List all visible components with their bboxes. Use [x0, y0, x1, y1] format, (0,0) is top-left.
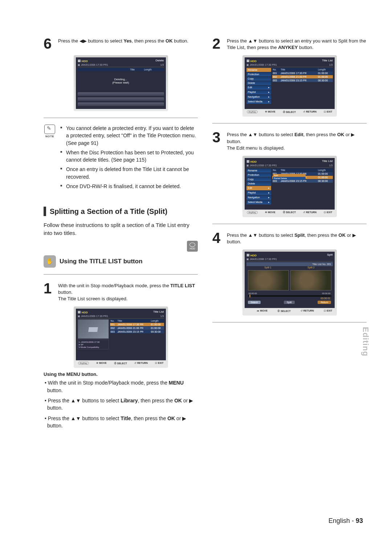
c: Title [280, 68, 317, 72]
c: Title [117, 319, 150, 323]
c: 01:00:00 [317, 72, 333, 75]
context-menu: Rename Protection Copy Delete Edit▸ Play… [246, 68, 271, 104]
k: EXIT [327, 110, 332, 113]
step-number-6: 6 [44, 36, 54, 51]
tv-footer-keys: AnyKey ✥ MOVE ⦿ SELECT ↺ RETURN ⊡ EXIT [245, 109, 335, 114]
hdd-label: HDD [250, 254, 257, 257]
b: OK [339, 232, 346, 238]
c: 003 [110, 330, 117, 334]
info-box: ▷ JAN/01/2006 17:30 ● SP V-Mode Compatib… [78, 340, 109, 349]
mi: Select Media [248, 100, 262, 103]
submenu-partial-delete: Partial Delete [273, 177, 306, 180]
mi: Delete [248, 82, 255, 84]
timestamp: JAN/01/2006 17:30 PR1 [81, 64, 108, 66]
play-icon: ▶ [182, 415, 186, 421]
updown-icon: ▲▼ [71, 398, 81, 403]
mi: Edit [248, 86, 252, 89]
k: RETURN [303, 309, 314, 312]
b: OK [167, 415, 175, 421]
c: 00:30:00 [317, 79, 333, 82]
hdd-text: HDD [189, 247, 195, 250]
updown-icon: ▲▼ [71, 415, 81, 421]
mi: Rename [248, 169, 257, 172]
c: No. [272, 169, 280, 172]
col: Title [129, 68, 143, 71]
screenshot-edit-submenu: ▦ HDDTitle List ▣ JAN/01/2006 17:30 PR11… [242, 156, 337, 217]
k: EXIT [327, 211, 332, 214]
hdd-badge-icon: HDD [187, 241, 198, 252]
footer-lang: English - [328, 517, 356, 524]
mi: Protection [248, 73, 260, 76]
step-number-2: 2 [212, 36, 223, 51]
t: or [346, 232, 352, 238]
step-6: 6 Press the ◀▶ buttons to select Yes, th… [44, 36, 198, 51]
t: The Title List screen is displayed. [58, 296, 127, 301]
hdd-label: HDD [250, 160, 257, 163]
c: JAN/01/2006 17:30 PR [117, 323, 150, 326]
move-icon: ✥ [265, 110, 267, 113]
page-footer: English - 93 [328, 517, 363, 525]
title: Title List [322, 159, 333, 163]
c: 001 [272, 72, 280, 75]
tv-footer-keys: AnyKey ≑ MOVE ⦿ SELECT ↺ RETURN ⊡ EXIT [76, 360, 166, 366]
step-number-4: 4 [212, 231, 223, 245]
mi: Playlist [248, 91, 256, 94]
btn-select: Select [248, 301, 261, 304]
menu-bullet: • Press the ▲▼ buttons to select Title, … [44, 415, 198, 430]
hdd-label: HDD [82, 311, 88, 314]
menu-bullet: • With the unit in Stop mode/Playback mo… [44, 379, 198, 394]
right-column: 2 Press the ▲▼ buttons to select an entr… [212, 36, 367, 432]
note-label: NOTE [44, 135, 56, 138]
section-body: Follow these instructions to split a sec… [44, 221, 198, 237]
k: SELECT [117, 362, 127, 365]
k: MOVE [268, 110, 275, 113]
c: No. [272, 68, 280, 72]
t: or [344, 132, 351, 137]
step-1: 1 With the unit in Stop mode/Playback mo… [44, 281, 198, 303]
c: Length [150, 319, 164, 323]
mi: Protection [248, 174, 260, 176]
info-line: JAN/01/2006 17:30 [81, 341, 99, 343]
t: , then press the [303, 132, 337, 137]
anykey-pill: AnyKey [247, 211, 258, 214]
mi: Playlist [248, 191, 256, 194]
title-list-no: Title List No. 001 [246, 262, 333, 266]
t: With the unit in Stop mode/Playback mode… [58, 283, 170, 288]
t: Press the [227, 232, 248, 238]
section-heading: Splitting a Section of a Title (Split) [44, 207, 198, 216]
step-number-3: 3 [212, 130, 223, 145]
time: 00:00:00 [322, 292, 330, 295]
c: 01:00:00 [150, 323, 164, 326]
play-icon: ▶ [351, 132, 355, 137]
note-item: Once DVD-RW/-R is finalised, it cannot b… [60, 183, 198, 190]
bold: TITLE LIST [170, 283, 195, 288]
t: buttons to select [87, 38, 124, 44]
t: Press the [58, 38, 79, 44]
mi: Select Media [248, 201, 262, 204]
b: OK [174, 398, 182, 403]
c: JAN/01/2006 23:15 PR [117, 330, 150, 334]
updown-icon: ≑ [96, 362, 98, 364]
k: EXIT [158, 362, 164, 364]
c: 00:30:00 [317, 179, 333, 183]
b: Title [121, 415, 131, 421]
t: buttons to select [257, 132, 294, 137]
title: Title List [322, 59, 333, 63]
c: Length [317, 169, 333, 172]
counter: 1/3 [160, 315, 164, 318]
section-title: Splitting a Section of a Title (Split) [50, 207, 167, 216]
c: 01:00:00 [317, 172, 333, 175]
step-1-text: With the unit in Stop mode/Playback mode… [58, 281, 198, 303]
menu-bullet: • Press the ▲▼ buttons to select Library… [44, 397, 198, 412]
split-thumb-1 [248, 270, 289, 291]
bold: Yes [123, 38, 131, 44]
t: or [175, 415, 182, 421]
c: 002 [110, 326, 117, 330]
mi: Copy [248, 178, 254, 180]
c: Length [317, 68, 333, 72]
split-thumb-2 [290, 270, 331, 291]
screenshot-title-list: ▦ HDDTitle List ▣ JAN/01/2006 17:30 PR11… [74, 306, 168, 368]
k: RETURN [306, 110, 317, 113]
line2: (Please wait) [78, 81, 164, 84]
c: Title [280, 169, 317, 172]
